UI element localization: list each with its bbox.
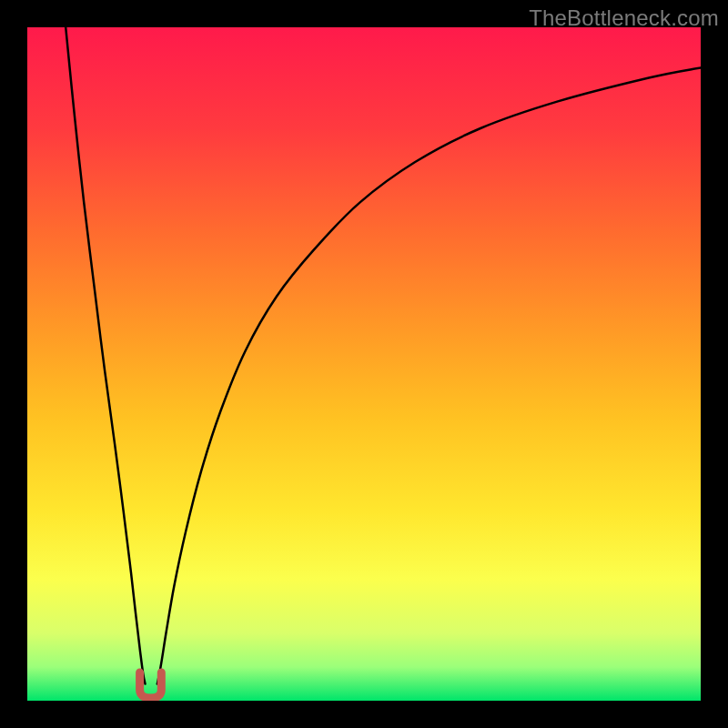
outer-frame: TheBottleneck.com bbox=[0, 0, 728, 728]
chart-background bbox=[27, 27, 701, 701]
watermark-label: TheBottleneck.com bbox=[529, 5, 719, 31]
plot-area bbox=[27, 27, 701, 701]
chart-svg bbox=[27, 27, 701, 701]
